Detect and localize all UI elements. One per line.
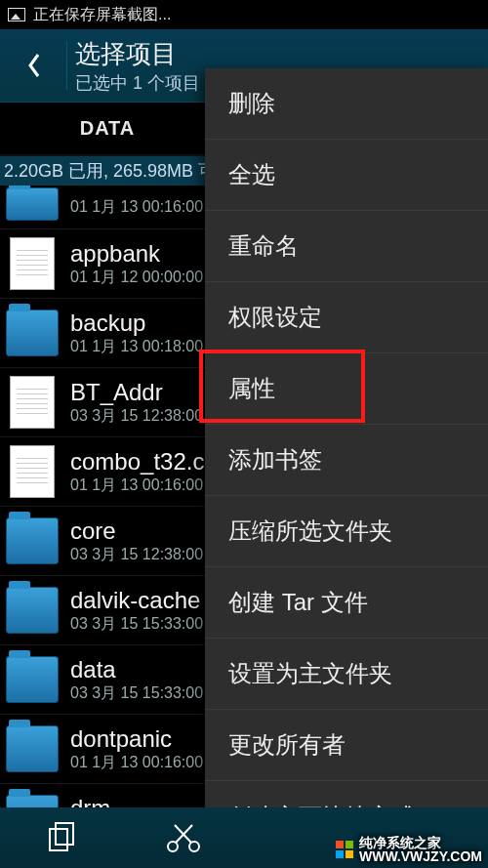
copy-button[interactable] [0,821,122,854]
menu-item[interactable]: 添加书签 [205,425,488,496]
file-row-text: dalvik-cache03 3月 15 15:33:00 [70,587,203,635]
watermark-logo-icon [336,841,353,858]
menu-item[interactable]: 属性 [205,353,488,425]
svg-rect-1 [56,823,73,845]
cut-button[interactable] [122,821,244,854]
chevron-left-icon [26,53,42,78]
menu-item[interactable]: 创建 Tar 文件 [205,567,488,639]
selection-count: 已选中 1 个项目 [75,71,200,95]
file-meta: 01 1月 13 00:18:00 [70,337,203,357]
folder-icon [6,187,59,227]
folder-icon [6,584,59,637]
status-bar: 正在保存屏幕截图... [0,0,488,29]
screenshot-icon [8,8,25,21]
folder-icon [6,723,59,775]
context-menu: 删除全选重命名权限设定属性添加书签压缩所选文件夹创建 Tar 文件设置为主文件夹… [205,68,488,852]
back-button[interactable] [10,41,59,90]
file-icon [6,376,59,429]
file-meta: 03 3月 15 15:33:00 [70,614,203,635]
file-row-text: drm01 1月 12 00:06:00 [70,795,203,808]
file-meta: 03 3月 15 12:38:00 [70,545,203,565]
file-meta: 03 3月 15 15:33:00 [70,683,203,704]
folder-icon [6,653,59,706]
file-meta: 01 1月 13 00:16:00 [70,753,203,773]
file-icon [6,237,59,290]
file-meta: 03 3月 15 12:38:00 [70,406,203,427]
folder-icon [6,515,59,567]
file-row-text: BT_Addr03 3月 15 12:38:00 [70,379,203,427]
file-name: drm [70,795,203,808]
menu-item[interactable]: 重命名 [205,211,488,282]
header-text: 选择项目 已选中 1 个项目 [75,37,200,95]
file-row-text: 01 1月 13 00:16:00 [70,197,203,218]
menu-item[interactable]: 压缩所选文件夹 [205,496,488,567]
menu-item[interactable]: 权限设定 [205,282,488,353]
file-icon [6,445,59,498]
file-name: core [70,517,203,545]
file-meta: 01 1月 13 00:16:00 [70,197,203,218]
file-row-text: core03 3月 15 12:38:00 [70,517,203,565]
menu-item[interactable]: 全选 [205,140,488,211]
watermark: 纯净系统之家 WWW.VWJZY.COM [336,836,482,864]
cut-icon [165,821,202,854]
svg-point-3 [189,842,199,851]
file-name: dontpanic [70,725,203,753]
tab-data[interactable]: DATA [0,117,215,140]
file-row-text: data03 3月 15 15:33:00 [70,656,203,704]
svg-point-2 [168,842,178,851]
watermark-line2: WWW.VWJZY.COM [359,849,482,864]
file-name: dalvik-cache [70,587,203,614]
page-title: 选择项目 [75,37,200,71]
menu-item[interactable]: 删除 [205,68,488,140]
file-name: appbank [70,240,216,268]
menu-item[interactable]: 更改所有者 [205,710,488,781]
file-name: backup [70,310,203,337]
header-divider [66,41,67,90]
copy-icon [46,821,77,854]
file-meta: 01 1月 12 00:00:00 1 [70,268,216,288]
svg-rect-0 [50,829,67,850]
status-text: 正在保存屏幕截图... [33,5,171,25]
file-row-text: appbank01 1月 12 00:00:00 1 [70,240,216,288]
file-row-text: backup01 1月 13 00:18:00 [70,310,203,357]
folder-icon [6,307,59,359]
file-row-text: dontpanic01 1月 13 00:16:00 [70,725,203,773]
file-name: data [70,656,203,683]
folder-icon [6,792,59,807]
menu-item[interactable]: 设置为主文件夹 [205,639,488,710]
file-name: BT_Addr [70,379,203,406]
